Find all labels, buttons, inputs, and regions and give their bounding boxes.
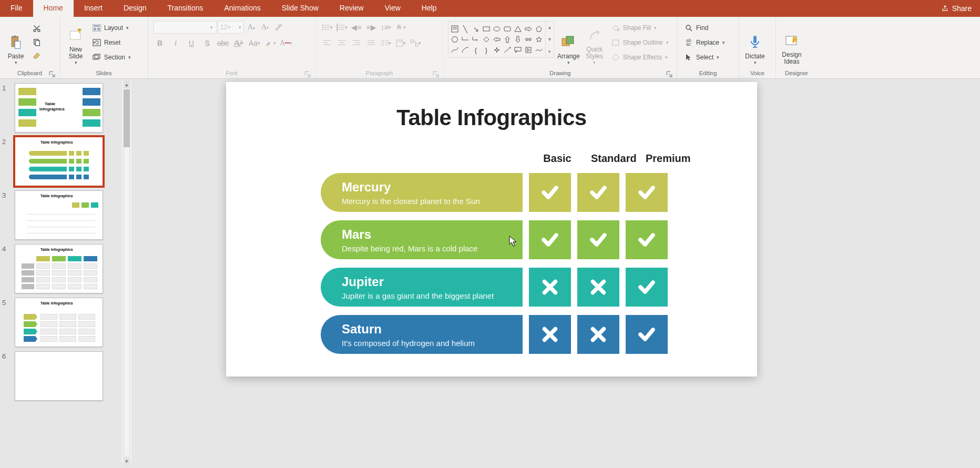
text-direction-button[interactable]: A▾ [394, 21, 407, 34]
scroll-down-icon[interactable]: ▼ [124, 457, 130, 465]
thumbnail-pane[interactable]: 1TableInfographics2Table Infographics3Ta… [0, 79, 131, 468]
find-button[interactable]: Find [682, 21, 727, 35]
cross-icon[interactable] [577, 268, 619, 307]
line-spacing-button[interactable]: ↕≡▾ [380, 21, 392, 34]
grow-font-button[interactable]: A▴ [245, 21, 258, 34]
change-case-button[interactable]: Aa▾ [248, 37, 261, 49]
slide-title[interactable]: Table Infographics [226, 105, 757, 130]
slide[interactable]: Table Infographics Basic Standard Premiu… [226, 82, 757, 377]
shape-action-icon[interactable] [523, 45, 534, 55]
check-icon[interactable] [529, 173, 571, 212]
format-painter-button[interactable] [30, 49, 43, 62]
shape-arc-icon[interactable] [460, 45, 471, 55]
shape-curve-icon[interactable] [450, 45, 460, 55]
cut-button[interactable] [30, 22, 43, 35]
shapes-gallery[interactable]: ╲ ↘ [448, 22, 545, 57]
check-icon[interactable] [529, 220, 571, 259]
align-left-button[interactable] [321, 37, 333, 49]
align-text-button[interactable]: ▾ [394, 37, 407, 49]
gallery-expand-icon[interactable]: ▾ [546, 45, 554, 57]
char-spacing-button[interactable]: AV▾ [232, 37, 245, 49]
shape-triangle-icon[interactable] [513, 24, 523, 34]
cross-icon[interactable] [577, 315, 619, 354]
thumbnail[interactable] [15, 351, 103, 401]
shape-outline-button[interactable]: Shape Outline▾ [609, 36, 671, 49]
paste-button[interactable]: Paste ▾ [3, 19, 28, 66]
font-color-button[interactable]: A▾ [280, 37, 292, 49]
thumbnail-scrollbar[interactable]: ▲ ▼ [122, 81, 131, 465]
shape-callout-icon[interactable] [513, 45, 523, 55]
section-button[interactable]: Section▾ [90, 50, 133, 64]
shape-hex-icon[interactable] [450, 34, 460, 45]
dialog-launcher-icon[interactable] [304, 71, 311, 77]
tab-transitions[interactable]: Transitions [157, 0, 214, 17]
scroll-up-icon[interactable]: ▲ [124, 81, 130, 88]
shape-fill-button[interactable]: Shape Fill▾ [609, 21, 671, 35]
tab-view[interactable]: View [374, 0, 411, 17]
tab-home[interactable]: Home [33, 0, 74, 17]
reset-button[interactable]: Reset [90, 36, 133, 49]
font-name-combo[interactable]: ▾ [154, 21, 217, 34]
table-row[interactable]: SaturnIt's composed of hydrogen and heli… [226, 315, 757, 354]
shape-pentagon-icon[interactable] [534, 24, 544, 34]
table-row[interactable]: MercuryMercury is the closest planet to … [226, 173, 757, 212]
shape-oval-icon[interactable] [492, 24, 502, 34]
cross-icon[interactable] [529, 315, 571, 354]
thumbnail-item[interactable]: 3Table Infographics [2, 190, 129, 240]
highlight-button[interactable]: ▾ [264, 37, 277, 49]
shape-freeform-icon[interactable] [534, 45, 544, 55]
shape-line-arrow-icon[interactable]: ↘ [471, 24, 481, 34]
thumbnail[interactable]: Table Infographics [15, 190, 103, 240]
column-header[interactable]: Basic [536, 152, 578, 165]
check-icon[interactable] [626, 268, 668, 307]
row-pill[interactable]: MercuryMercury is the closest planet to … [321, 173, 523, 212]
shape-elbow-arrow-icon[interactable] [471, 34, 481, 45]
row-pill[interactable]: JupiterJupiter is a gas giant and the bi… [321, 268, 523, 307]
thumbnail-item[interactable]: 6 [2, 351, 129, 401]
dialog-launcher-icon[interactable] [49, 71, 55, 77]
strike-button[interactable]: abc [217, 37, 229, 49]
select-button[interactable]: Select▾ [682, 50, 727, 64]
shape-connector-icon[interactable] [502, 45, 513, 55]
copy-button[interactable] [30, 36, 43, 48]
clear-formatting-button[interactable] [272, 21, 285, 34]
shrink-font-button[interactable]: A▾ [259, 21, 271, 34]
numbering-button[interactable]: 123▾ [335, 21, 348, 34]
tab-animations[interactable]: Animations [213, 0, 271, 17]
align-center-button[interactable] [335, 37, 348, 49]
thumbnail-item[interactable]: 5Table Infographics [2, 298, 129, 347]
check-icon[interactable] [626, 173, 668, 212]
shape-elbow-icon[interactable] [460, 34, 471, 45]
scroll-handle[interactable] [124, 89, 130, 147]
row-pill[interactable]: MarsDespite being red, Mars is a cold pl… [321, 220, 523, 259]
dictate-button[interactable]: Dictate▾ [742, 19, 768, 66]
dialog-launcher-icon[interactable] [433, 71, 439, 77]
tab-slide-show[interactable]: Slide Show [271, 0, 329, 17]
check-icon[interactable] [626, 315, 668, 354]
column-header[interactable]: Standard [591, 152, 633, 165]
tab-review[interactable]: Review [329, 0, 374, 17]
shape-lbrace-icon[interactable]: { [471, 45, 481, 55]
check-icon[interactable] [577, 173, 619, 212]
shape-darrow-icon[interactable] [513, 34, 523, 45]
cross-icon[interactable] [529, 268, 571, 307]
check-icon[interactable] [626, 220, 668, 259]
thumbnail[interactable]: Table Infographics [15, 137, 103, 186]
bullets-button[interactable]: ▾ [321, 21, 333, 34]
thumbnail[interactable]: Table Infographics [15, 244, 103, 293]
thumbnail-item[interactable]: 4Table Infographics [2, 244, 129, 293]
shape-star-icon[interactable] [534, 34, 544, 45]
shape-textbox-icon[interactable] [450, 24, 460, 34]
shape-diamond-icon[interactable] [481, 34, 492, 45]
column-header[interactable]: Premium [646, 152, 688, 165]
shape-uarrow-icon[interactable] [502, 34, 513, 45]
thumbnail-item[interactable]: 2Table Infographics [2, 137, 129, 186]
shadow-button[interactable]: S [201, 37, 213, 49]
slide-canvas-area[interactable]: Table Infographics Basic Standard Premiu… [131, 79, 980, 468]
shape-rarrow-icon[interactable] [523, 24, 534, 34]
dialog-launcher-icon[interactable] [666, 71, 672, 77]
thumbnail[interactable]: TableInfographics [15, 83, 103, 133]
replace-button[interactable]: abacReplace▾ [682, 36, 727, 49]
chevron-down-icon[interactable]: ▼ [546, 34, 554, 46]
check-icon[interactable] [577, 220, 619, 259]
